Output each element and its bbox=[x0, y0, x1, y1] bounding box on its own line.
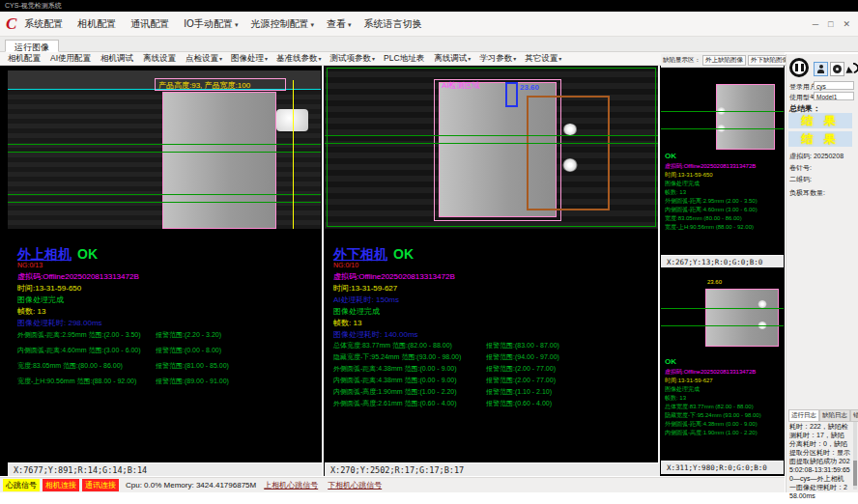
tool-image-process[interactable]: 图像处理▾ bbox=[231, 53, 268, 65]
thumb-line: 帧数: 13 bbox=[665, 394, 761, 403]
measure-line bbox=[8, 194, 321, 195]
tab-run-image[interactable]: 运行图像 bbox=[5, 40, 59, 52]
chevron-down-icon: ▾ bbox=[265, 56, 268, 62]
log-text: 耗时：222，缺陷检测耗时：17，缺陷分离耗时：0，缺陷提取分区耗时：显示图提取… bbox=[789, 422, 850, 500]
title-bar[interactable]: CYS-视觉检测系统 bbox=[0, 0, 858, 12]
measurement-value: 内侧圆弧-距离:4.38mm 范围:(0.00 - 9.00) bbox=[333, 376, 457, 385]
defect-display-bar: 缺陷显示区： 外上缺陷图像 外下缺陷图像 bbox=[661, 54, 784, 68]
upper-camera-image[interactable]: 产品高度:93, 产品宽度:100 bbox=[8, 70, 321, 229]
defect-thumbnail-lower[interactable]: 23.60 OK 虚拟码:Offline2025020813313472B 时间… bbox=[661, 267, 784, 461]
tool-label: 学习参数 bbox=[479, 53, 512, 63]
menu-item-view[interactable]: 查看▾ bbox=[327, 17, 352, 31]
upper-camera-heartbeat-link[interactable]: 上相机心跳信号 bbox=[264, 480, 318, 490]
measurement-row: 内侧圆弧-距离:4.60mm 范围:(3.00 - 6.00)报警范围:(0.0… bbox=[17, 346, 319, 355]
menu-item-comm-config[interactable]: 通讯配置 bbox=[130, 17, 171, 31]
measurement-row: 隐藏宽度-下:95.24mm 范围:(93.00 - 98.00)报警范围:(9… bbox=[333, 352, 654, 362]
app-logo-icon: C bbox=[6, 14, 16, 34]
tool-spot-check[interactable]: 点检设置▾ bbox=[186, 53, 222, 65]
lower-camera-pixel-coord: X:270;Y:2502;R:17;G:17;B:17 bbox=[325, 462, 659, 476]
defect-thumbnail-upper[interactable]: OK 虚拟码:Offline2025020813313472B 时间:13-31… bbox=[661, 69, 784, 255]
result-badge-lower: 结 果 bbox=[788, 131, 852, 147]
pause-button[interactable] bbox=[789, 58, 809, 77]
menu-item-camera-config[interactable]: 相机配置 bbox=[77, 17, 118, 31]
thumb-line: 虚拟码:Offline2025020813313472B bbox=[665, 162, 758, 171]
maximize-button[interactable]: □ bbox=[828, 19, 833, 29]
pin-number-label: 卷针号: bbox=[789, 163, 812, 173]
log-tab-defect[interactable]: 缺陷日志 bbox=[819, 409, 850, 422]
tool-baseline-params[interactable]: 基准线参数▾ bbox=[276, 53, 322, 65]
tool-label: 基准线参数 bbox=[276, 53, 318, 63]
tool-camera-debug[interactable]: 相机调试 bbox=[100, 53, 134, 65]
lower-camera-image[interactable]: 23.60 AI检测区域 bbox=[325, 66, 658, 229]
alarm-range: 报警范围:(0.60 - 4.00) bbox=[486, 399, 552, 408]
thumb-line: 时间:13-31-59-650 bbox=[665, 171, 758, 180]
process-done: 图像处理完成 bbox=[333, 306, 380, 317]
measurement-value: 外侧圆弧-距离:2.95mm 范围:(2.00 - 3.50) bbox=[17, 330, 141, 340]
tool-label: 图像处理 bbox=[231, 53, 264, 63]
blue-measure-box bbox=[505, 82, 518, 107]
tool-label: 相机配置 bbox=[8, 53, 41, 63]
log-tab-run[interactable]: 运行日志 bbox=[788, 409, 819, 422]
minimize-button[interactable]: ─ bbox=[813, 19, 818, 29]
user-value-field[interactable]: cys bbox=[814, 81, 854, 90]
log-scrollbar[interactable] bbox=[853, 422, 857, 490]
thumb-annotation: 23.60 bbox=[707, 279, 722, 285]
thumbnail-result-lines: 虚拟码:Offline2025020813313472B 时间:13-31-59… bbox=[665, 368, 761, 437]
tool-ai-use-config[interactable]: AI使用配置 bbox=[50, 53, 92, 65]
switch-view-button[interactable] bbox=[845, 60, 858, 77]
log-tab-bar: 运行日志 缺陷日志 错误日志 bbox=[788, 409, 856, 422]
comm-connection-badge: 通讯连接 bbox=[82, 479, 119, 491]
thumb-line: 内侧圆弧-距离:4.60mm (3.00 - 6.00) bbox=[665, 206, 758, 214]
chevron-down-icon: ▾ bbox=[348, 21, 352, 28]
thumb-upper-pixel-coord: X:267;Y:13;R:0;G:0;B:0 bbox=[661, 255, 784, 267]
product-region bbox=[716, 84, 775, 150]
model-value-field[interactable]: Model1 bbox=[814, 92, 854, 100]
product-region bbox=[705, 289, 779, 347]
measurement-value: 外侧圆弧-距离:4.38mm 范围:(0.00 - 9.00) bbox=[333, 364, 457, 374]
snapshot-button[interactable] bbox=[830, 62, 844, 76]
ai-region-label: AI检测区域 bbox=[442, 80, 480, 91]
thumb-line: 图像处理完成 bbox=[665, 385, 761, 394]
measurement-value: 内侧圆弧-距离:4.60mm 范围:(3.00 - 6.00) bbox=[17, 346, 141, 355]
defect-tab-upper[interactable]: 外上缺陷图像 bbox=[702, 55, 746, 66]
log-tab-error[interactable]: 错误日志 bbox=[850, 409, 858, 422]
panel-divider bbox=[658, 66, 660, 476]
camera-name: 外下相机 bbox=[333, 246, 387, 262]
tool-offline-setting[interactable]: 离线设置 bbox=[143, 53, 177, 65]
measure-line bbox=[8, 144, 321, 145]
frame-count: 帧数: 13 bbox=[17, 306, 45, 317]
qr-code-label: 二维码: bbox=[789, 175, 812, 184]
timestamp: 时间:13-31-59-650 bbox=[17, 283, 81, 294]
manual-trigger-button[interactable] bbox=[814, 62, 828, 76]
menu-item-io-manual-config[interactable]: IO手动配置▾ bbox=[184, 17, 238, 31]
menu-item-language-switch[interactable]: 系统语言切换 bbox=[363, 17, 423, 31]
process-done: 图像处理完成 bbox=[17, 294, 64, 305]
tool-other-settings[interactable]: 其它设置▾ bbox=[525, 53, 561, 65]
reflection-spot bbox=[562, 158, 578, 172]
measure-line bbox=[325, 143, 658, 144]
measure-line bbox=[661, 308, 784, 309]
measurement-row: 总体宽度:83.77mm 范围:(82.00 - 88.00)报警范围:(83.… bbox=[333, 341, 654, 350]
measurement-row: 外侧圆弧-距离:2.95mm 范围:(2.00 - 3.50)报警范围:(2.2… bbox=[17, 330, 319, 340]
timestamp: 时间:13-31-59-627 bbox=[333, 283, 397, 294]
tool-plc-address[interactable]: PLC地址表 bbox=[384, 53, 425, 65]
close-button[interactable]: ✕ bbox=[843, 19, 850, 29]
tool-test-params[interactable]: 测试项参数▾ bbox=[330, 53, 376, 65]
window-title: CYS-视觉检测系统 bbox=[5, 2, 62, 9]
tab-bar: 运行图像 bbox=[0, 37, 858, 52]
ai-cost: AI处理耗时: 150ms bbox=[333, 294, 399, 305]
tool-camera-config[interactable]: 相机配置 bbox=[8, 53, 42, 65]
tool-learn-params[interactable]: 学习参数▾ bbox=[479, 53, 516, 65]
scrollbar-thumb[interactable] bbox=[853, 461, 857, 486]
thumb-line: 虚拟码:Offline2025020813313472B bbox=[665, 368, 761, 377]
measurement-row: 宽度-上H:90.56mm 范围:(88.00 - 92.00)报警范围:(89… bbox=[17, 377, 319, 386]
lower-camera-heartbeat-link[interactable]: 下相机心跳信号 bbox=[328, 480, 382, 490]
result-badge-upper: 结 果 bbox=[788, 113, 852, 128]
menu-item-system-config[interactable]: 系统配置 bbox=[24, 17, 65, 31]
virtual-code: 虚拟码:Offline2025020813313472B bbox=[333, 271, 455, 282]
menu-item-light-control[interactable]: 光源控制配置▾ bbox=[250, 17, 314, 31]
tool-offline-debug[interactable]: 离线调试▾ bbox=[434, 53, 471, 65]
alarm-range: 报警范围:(89.00 - 91.00) bbox=[156, 377, 229, 386]
measure-line bbox=[661, 128, 784, 129]
ok-status: OK bbox=[665, 152, 676, 160]
